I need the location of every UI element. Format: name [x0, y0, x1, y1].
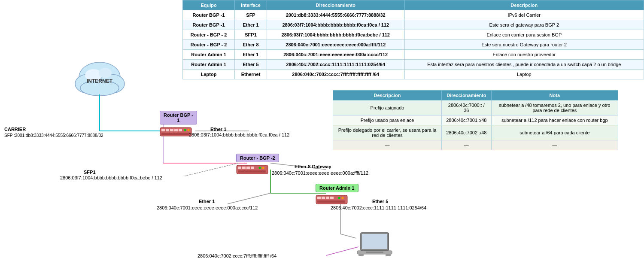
second-table-row: — — —	[333, 140, 618, 150]
sec-cell-desc: Prefijo delegado por el carrier, se usar…	[333, 125, 442, 140]
cell-dir: 2806:40c:7002:cccc:1111:1111:1111:0254/6…	[267, 60, 404, 70]
svg-rect-28	[161, 133, 189, 135]
ether1-label1: Ether 1	[210, 127, 226, 132]
cell-desc: Enlace con nuestro proveedor	[404, 50, 644, 60]
svg-line-19	[326, 247, 358, 255]
svg-point-4	[85, 69, 102, 81]
svg-rect-38	[317, 197, 321, 199]
sec-cell-dir: 2806:40c:7000:: / 36	[442, 100, 492, 115]
sec-cell-desc: Prefijo usado para enlace	[333, 115, 442, 125]
cell-desc: Enlace con carrier para sesion BGP	[404, 30, 644, 40]
cell-equipo: Router BGP -1	[183, 10, 235, 20]
col-interface: Interface	[235, 0, 267, 10]
sfp1-ip: 2806:03f7:1004:bbbb:bbbb:bbbb:f0ca:bebe …	[60, 175, 162, 180]
svg-point-27	[188, 129, 190, 131]
svg-rect-31	[242, 167, 246, 169]
router-admin1-label: Router Admin 1	[316, 184, 358, 192]
svg-point-5	[99, 68, 112, 78]
cell-dir: 2806:040c:7001:eeee:eeee:eeee:000a:ffff/…	[267, 40, 404, 50]
svg-point-34	[259, 167, 261, 169]
svg-rect-46	[362, 234, 387, 249]
table-row: Laptop Ethernet 2806:040c:7002:cccc:7fff…	[183, 70, 644, 79]
svg-line-16	[228, 193, 270, 204]
second-table-row: Prefijo usado para enlace 2806:40c:7001:…	[333, 115, 618, 125]
router-bgp2-icon	[236, 164, 268, 176]
table-row: Router Admin 1 Ether 1 2806:040c:7001:ee…	[183, 50, 644, 60]
svg-rect-48	[366, 252, 383, 253]
svg-rect-36	[238, 170, 266, 173]
sec-cell-nota: subnetear a /48 tomaremos 2, uno para en…	[491, 100, 618, 115]
sec-cell-nota: subnetear a /112 para hacer enlace con r…	[491, 115, 618, 125]
laptop-ip: 2806:040c:7002:cccc:7fff:ffff:ffff:ffff …	[197, 253, 276, 258]
svg-rect-50	[386, 254, 391, 256]
router-bgp1-label: Router BGP -1	[160, 111, 197, 124]
cell-interface: Ether 1	[235, 20, 267, 30]
svg-rect-21	[161, 129, 165, 131]
cell-interface: Ethernet	[235, 70, 267, 79]
cell-equipo: Router - BGP - 2	[183, 30, 235, 40]
sec-col3: Nota	[491, 91, 618, 100]
table-row: Router BGP -1 Ether 1 2806:03f7:1004:bbb…	[183, 20, 644, 30]
sec-col2: Direccionamiento	[442, 91, 492, 100]
cell-equipo: Router Admin 1	[183, 60, 235, 70]
second-table: Descripcion Direccionamiento Nota Prefij…	[333, 90, 618, 150]
sec-cell-dir: —	[442, 140, 492, 150]
svg-point-1	[75, 74, 101, 93]
cell-desc: Laptop	[404, 70, 644, 79]
cell-interface: Ether 8	[235, 40, 267, 50]
table-row: Router - BGP - 2 Ether 8 2806:040c:7001:…	[183, 40, 644, 50]
svg-rect-33	[251, 167, 254, 169]
col-desc: Descripcion	[404, 0, 644, 10]
cell-dir: 2806:03f7:1004:bbbb:bbbb:bbbb:f0ca:f0ca …	[267, 20, 404, 30]
sec-cell-desc: Prefijo asignado	[333, 100, 442, 115]
svg-line-12	[185, 163, 238, 176]
cell-desc: Este sera nuestro Gateway para router 2	[404, 40, 644, 50]
svg-point-43	[342, 197, 344, 199]
cell-dir: 2806:040c:7001:eeee:eeee:eeee:000a:cccc/…	[267, 50, 404, 60]
cell-interface: Ether 5	[235, 60, 267, 70]
table-row: Router BGP -1 SFP 2001:db8:3333:4444:555…	[183, 10, 644, 20]
cell-equipo: Router BGP -1	[183, 20, 235, 30]
svg-point-35	[262, 167, 264, 169]
laptop-icon	[356, 232, 393, 262]
cell-desc: IPv6 del Carrier	[404, 10, 644, 20]
svg-rect-23	[170, 129, 173, 131]
cell-dir: 2806:040c:7002:cccc:7fff:ffff:ffff:ffff …	[267, 70, 404, 79]
ether8-ip: 2806:040c:7001:eeee:eeee:eeee:000a:ffff/…	[272, 170, 368, 176]
second-table-row: Prefijo asignado 2806:40c:7000:: / 36 su…	[333, 100, 618, 115]
sec-col1: Descripcion	[333, 91, 442, 100]
router-bgp1-icon	[160, 126, 192, 138]
cell-dir: 2001:db8:3333:4444:5555:6666:7777:8888/3…	[267, 10, 404, 20]
router-bgp2-label: Router - BGP -2	[236, 154, 279, 162]
cell-equipo: Router Admin 1	[183, 50, 235, 60]
internet-cloud: INTERNET	[75, 62, 125, 96]
svg-rect-40	[326, 197, 329, 199]
cell-equipo: Laptop	[183, 70, 235, 79]
sec-cell-dir: 2806:40c:7002::/48	[442, 125, 492, 140]
cell-interface: SFP	[235, 10, 267, 20]
cell-desc: Esta interfaz sera para nuestros cliente…	[404, 60, 644, 70]
ether5-label: Ether 5	[372, 199, 388, 204]
svg-text:INTERNET: INTERNET	[87, 78, 113, 84]
ether5-ip: 2806:40c:7002:cccc:1111:1111:1111:0254/6…	[331, 205, 426, 210]
svg-rect-24	[174, 129, 178, 131]
svg-rect-49	[358, 254, 364, 256]
carrier-ip: SFP :2001:db8:3333:4444:5555:6666:7777:8…	[4, 133, 103, 138]
ether1-ip1: 2806:03f7:1004:bbbb:bbbb:bbbb:f0ca:f0ca …	[189, 132, 289, 137]
sec-cell-dir: 2806:40c:7001::/48	[442, 115, 492, 125]
ether1-label2: Ether 1	[199, 199, 215, 204]
svg-rect-39	[322, 197, 325, 199]
main-table: Equipo Interface Direccionamiento Descri…	[182, 0, 644, 79]
router-admin1-box: Router Admin 1	[316, 184, 358, 206]
svg-point-3	[80, 80, 119, 96]
sfp1-label: SFP1	[84, 170, 96, 175]
table-row: Router Admin 1 Ether 5 2806:40c:7002:ccc…	[183, 60, 644, 70]
sec-cell-nota: subnetear a /64 para cada cliente	[491, 125, 618, 140]
sec-cell-nota: —	[491, 140, 618, 150]
svg-rect-22	[166, 129, 169, 131]
ether8-label: Ether 8 Gateway	[295, 164, 331, 169]
svg-point-42	[338, 197, 340, 199]
router-admin1-icon	[316, 194, 348, 206]
col-dir: Direccionamiento	[267, 0, 404, 10]
ether1-ip2: 2806:040c:7001:eeee:eeee:eeee:000a:cccc/…	[157, 205, 258, 210]
